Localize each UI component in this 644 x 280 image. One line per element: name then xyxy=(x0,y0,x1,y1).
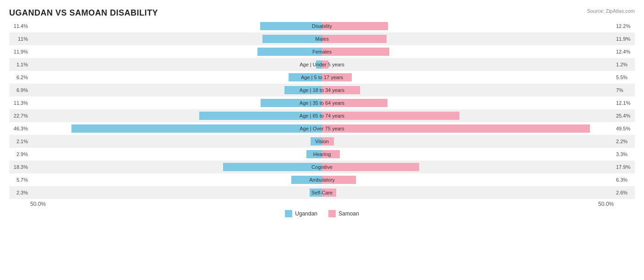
bar-blue xyxy=(223,163,322,171)
right-value: 5.5% xyxy=(614,75,635,80)
bars-container: Cognitive xyxy=(51,162,593,172)
left-value: 2.1% xyxy=(9,139,30,144)
left-value: 18.3% xyxy=(9,164,30,170)
bars-container: Disability xyxy=(51,22,593,31)
bar-pink xyxy=(322,137,334,145)
left-value: 5.7% xyxy=(9,177,30,183)
left-value: 6.9% xyxy=(9,87,30,93)
table-row: 1.1%Age | Under 5 years1.2% xyxy=(9,58,635,71)
bars-container: Age | 65 to 74 years xyxy=(51,111,593,120)
right-value: 1.2% xyxy=(614,62,635,67)
right-value: 49.5% xyxy=(614,126,635,131)
bar-pink xyxy=(322,176,356,184)
right-value: 2.2% xyxy=(614,139,635,144)
right-value: 12.1% xyxy=(614,100,635,106)
bars-container: Males xyxy=(51,34,593,43)
table-row: 46.3%Age | Over 75 years49.5% xyxy=(9,122,635,135)
left-value: 11.9% xyxy=(9,49,30,54)
axis-left: 50.0% xyxy=(30,201,46,207)
left-value: 1.1% xyxy=(9,62,30,67)
bar-pink xyxy=(322,99,387,107)
table-row: 5.7%Ambulatory6.3% xyxy=(9,173,635,186)
right-value: 25.4% xyxy=(614,113,635,118)
bars-container: Hearing xyxy=(51,150,593,159)
right-value: 6.3% xyxy=(614,177,635,183)
axis-right: 50.0% xyxy=(598,201,614,207)
bar-blue xyxy=(291,176,322,184)
table-row: 11.4%Disability12.2% xyxy=(9,20,635,32)
bar-pink xyxy=(322,86,360,94)
table-row: 11.9%Females12.4% xyxy=(9,45,635,58)
bars-container: Age | 5 to 17 years xyxy=(51,73,593,82)
left-value: 11.3% xyxy=(9,100,30,106)
table-row: 22.7%Age | 65 to 74 years25.4% xyxy=(9,109,635,122)
table-row: 6.2%Age | 5 to 17 years5.5% xyxy=(9,71,635,84)
bar-pink xyxy=(322,22,388,30)
samoan-color-box xyxy=(328,210,336,217)
bar-pink xyxy=(322,188,336,197)
bars-container: Females xyxy=(51,47,593,56)
table-row: 2.9%Hearing3.3% xyxy=(9,148,635,161)
left-value: 11.4% xyxy=(9,23,30,29)
table-row: 2.3%Self-Care2.6% xyxy=(9,186,635,199)
bar-blue xyxy=(289,73,322,81)
table-row: 18.3%Cognitive17.9% xyxy=(9,161,635,173)
ugandan-color-box xyxy=(285,210,292,217)
right-value: 17.9% xyxy=(614,164,635,170)
right-value: 11.9% xyxy=(614,36,635,42)
bar-blue xyxy=(199,112,322,120)
bar-pink xyxy=(322,48,389,56)
left-value: 2.9% xyxy=(9,151,30,157)
bar-pink xyxy=(322,112,459,120)
bar-blue xyxy=(257,48,322,56)
bars-container: Ambulatory xyxy=(51,175,593,184)
bar-blue xyxy=(310,188,322,197)
bar-blue xyxy=(306,150,322,158)
right-value: 12.2% xyxy=(614,23,635,29)
legend-ugandan: Ugandan xyxy=(285,210,317,217)
left-value: 11% xyxy=(9,36,30,42)
right-value: 12.4% xyxy=(614,49,635,54)
chart-container: UGANDAN VS SAMOAN DISABILITY Source: Zip… xyxy=(0,0,644,280)
source-label: Source: ZipAtlas.com xyxy=(587,8,635,14)
table-row: 6.9%Age | 18 to 34 years7% xyxy=(9,84,635,97)
bar-blue xyxy=(71,124,322,133)
axis-row: 50.0% 50.0% xyxy=(9,201,635,207)
bars-container: Vision xyxy=(51,137,593,146)
table-row: 11.3%Age | 35 to 64 years12.1% xyxy=(9,97,635,109)
left-value: 22.7% xyxy=(9,113,30,118)
bars-container: Self-Care xyxy=(51,188,593,197)
bar-blue xyxy=(284,86,322,94)
bar-blue xyxy=(316,60,322,69)
left-value: 46.3% xyxy=(9,126,30,131)
bar-blue xyxy=(260,22,322,30)
left-value: 6.2% xyxy=(9,75,30,80)
bar-pink xyxy=(322,35,387,43)
bar-blue xyxy=(311,137,322,145)
bar-blue xyxy=(262,35,322,43)
legend: Ugandan Samoan xyxy=(9,210,635,217)
right-value: 7% xyxy=(614,87,635,93)
chart-title: UGANDAN VS SAMOAN DISABILITY xyxy=(9,8,635,18)
table-row: 2.1%Vision2.2% xyxy=(9,135,635,148)
bars-container: Age | 18 to 34 years xyxy=(51,86,593,95)
bar-pink xyxy=(322,124,590,133)
bar-pink xyxy=(322,60,328,69)
right-value: 3.3% xyxy=(614,151,635,157)
bar-pink xyxy=(322,73,352,81)
bar-pink xyxy=(322,163,419,171)
table-row: 11%Males11.9% xyxy=(9,32,635,45)
left-value: 2.3% xyxy=(9,190,30,195)
rows-area: 11.4%Disability12.2%11%Males11.9%11.9%Fe… xyxy=(9,20,635,199)
bars-container: Age | 35 to 64 years xyxy=(51,98,593,108)
legend-samoan: Samoan xyxy=(328,210,359,217)
chart-inner: 11.4%Disability12.2%11%Males11.9%11.9%Fe… xyxy=(9,20,635,217)
bar-pink xyxy=(322,150,340,158)
bar-blue xyxy=(261,99,322,107)
right-value: 2.6% xyxy=(614,190,635,195)
bars-container: Age | Over 75 years xyxy=(51,124,593,133)
bars-container: Age | Under 5 years xyxy=(51,60,593,69)
ugandan-label: Ugandan xyxy=(295,210,317,217)
samoan-label: Samoan xyxy=(338,210,359,217)
